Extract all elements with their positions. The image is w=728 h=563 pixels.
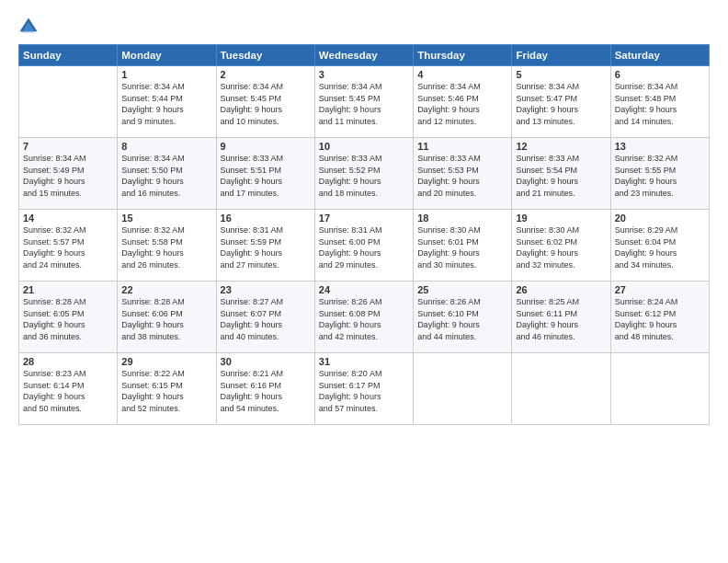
day-number: 23 bbox=[221, 284, 311, 295]
day-info: Sunrise: 8:34 AM Sunset: 5:46 PM Dayligh… bbox=[417, 81, 507, 127]
day-number: 11 bbox=[417, 141, 507, 152]
day-header-tuesday: Tuesday bbox=[216, 45, 314, 66]
day-number: 13 bbox=[615, 141, 705, 152]
calendar-cell: 20Sunrise: 8:29 AM Sunset: 6:04 PM Dayli… bbox=[610, 210, 709, 282]
day-number: 8 bbox=[121, 141, 211, 152]
day-info: Sunrise: 8:34 AM Sunset: 5:47 PM Dayligh… bbox=[516, 81, 606, 127]
day-info: Sunrise: 8:32 AM Sunset: 5:58 PM Dayligh… bbox=[121, 224, 211, 270]
day-number: 21 bbox=[23, 284, 113, 295]
day-info: Sunrise: 8:22 AM Sunset: 6:15 PM Dayligh… bbox=[121, 368, 211, 414]
day-number: 25 bbox=[417, 284, 507, 295]
day-number: 9 bbox=[221, 141, 311, 152]
calendar-cell: 18Sunrise: 8:30 AM Sunset: 6:01 PM Dayli… bbox=[414, 210, 512, 282]
day-info: Sunrise: 8:34 AM Sunset: 5:44 PM Dayligh… bbox=[121, 81, 211, 127]
day-number: 28 bbox=[23, 356, 113, 367]
calendar-cell: 19Sunrise: 8:30 AM Sunset: 6:02 PM Dayli… bbox=[512, 210, 610, 282]
day-number: 5 bbox=[516, 69, 606, 80]
calendar-cell bbox=[512, 353, 610, 425]
day-info: Sunrise: 8:26 AM Sunset: 6:10 PM Dayligh… bbox=[417, 296, 507, 342]
calendar-week-4: 21Sunrise: 8:28 AM Sunset: 6:05 PM Dayli… bbox=[19, 282, 710, 353]
day-info: Sunrise: 8:29 AM Sunset: 6:04 PM Dayligh… bbox=[615, 224, 705, 270]
calendar-cell: 8Sunrise: 8:34 AM Sunset: 5:50 PM Daylig… bbox=[118, 138, 216, 210]
day-number: 3 bbox=[319, 69, 409, 80]
calendar-cell: 26Sunrise: 8:25 AM Sunset: 6:11 PM Dayli… bbox=[512, 282, 610, 353]
day-header-thursday: Thursday bbox=[414, 45, 512, 66]
day-number: 15 bbox=[121, 213, 211, 224]
day-info: Sunrise: 8:34 AM Sunset: 5:50 PM Dayligh… bbox=[121, 153, 211, 199]
day-number: 27 bbox=[615, 284, 705, 295]
header bbox=[18, 17, 710, 37]
calendar-cell: 5Sunrise: 8:34 AM Sunset: 5:47 PM Daylig… bbox=[512, 66, 610, 138]
day-number: 14 bbox=[23, 213, 113, 224]
calendar-week-1: 1Sunrise: 8:34 AM Sunset: 5:44 PM Daylig… bbox=[19, 66, 710, 138]
day-info: Sunrise: 8:30 AM Sunset: 6:02 PM Dayligh… bbox=[516, 224, 606, 270]
day-info: Sunrise: 8:27 AM Sunset: 6:07 PM Dayligh… bbox=[221, 296, 311, 342]
day-header-saturday: Saturday bbox=[610, 45, 709, 66]
calendar-week-5: 28Sunrise: 8:23 AM Sunset: 6:14 PM Dayli… bbox=[19, 353, 710, 425]
calendar-cell: 22Sunrise: 8:28 AM Sunset: 6:06 PM Dayli… bbox=[118, 282, 216, 353]
day-info: Sunrise: 8:33 AM Sunset: 5:52 PM Dayligh… bbox=[319, 153, 409, 199]
calendar-cell: 7Sunrise: 8:34 AM Sunset: 5:49 PM Daylig… bbox=[19, 138, 118, 210]
calendar-cell: 23Sunrise: 8:27 AM Sunset: 6:07 PM Dayli… bbox=[216, 282, 314, 353]
day-header-wednesday: Wednesday bbox=[314, 45, 413, 66]
calendar-cell: 29Sunrise: 8:22 AM Sunset: 6:15 PM Dayli… bbox=[118, 353, 216, 425]
day-info: Sunrise: 8:31 AM Sunset: 6:00 PM Dayligh… bbox=[319, 224, 409, 270]
calendar-cell: 12Sunrise: 8:33 AM Sunset: 5:54 PM Dayli… bbox=[512, 138, 610, 210]
day-info: Sunrise: 8:34 AM Sunset: 5:45 PM Dayligh… bbox=[221, 81, 311, 127]
day-info: Sunrise: 8:25 AM Sunset: 6:11 PM Dayligh… bbox=[516, 296, 606, 342]
calendar-cell: 30Sunrise: 8:21 AM Sunset: 6:16 PM Dayli… bbox=[216, 353, 314, 425]
day-header-friday: Friday bbox=[512, 45, 610, 66]
day-info: Sunrise: 8:28 AM Sunset: 6:06 PM Dayligh… bbox=[121, 296, 211, 342]
calendar-cell: 13Sunrise: 8:32 AM Sunset: 5:55 PM Dayli… bbox=[610, 138, 709, 210]
day-info: Sunrise: 8:21 AM Sunset: 6:16 PM Dayligh… bbox=[221, 368, 311, 414]
calendar-cell: 2Sunrise: 8:34 AM Sunset: 5:45 PM Daylig… bbox=[216, 66, 314, 138]
calendar-cell: 15Sunrise: 8:32 AM Sunset: 5:58 PM Dayli… bbox=[118, 210, 216, 282]
day-number: 31 bbox=[319, 356, 409, 367]
day-info: Sunrise: 8:26 AM Sunset: 6:08 PM Dayligh… bbox=[319, 296, 409, 342]
calendar-cell: 31Sunrise: 8:20 AM Sunset: 6:17 PM Dayli… bbox=[314, 353, 413, 425]
calendar-week-3: 14Sunrise: 8:32 AM Sunset: 5:57 PM Dayli… bbox=[19, 210, 710, 282]
day-number: 29 bbox=[121, 356, 211, 367]
day-number: 2 bbox=[221, 69, 311, 80]
calendar-cell: 6Sunrise: 8:34 AM Sunset: 5:48 PM Daylig… bbox=[610, 66, 709, 138]
calendar-cell: 11Sunrise: 8:33 AM Sunset: 5:53 PM Dayli… bbox=[414, 138, 512, 210]
days-header-row: SundayMondayTuesdayWednesdayThursdayFrid… bbox=[19, 45, 710, 66]
calendar-cell bbox=[414, 353, 512, 425]
day-info: Sunrise: 8:34 AM Sunset: 5:45 PM Dayligh… bbox=[319, 81, 409, 127]
day-info: Sunrise: 8:32 AM Sunset: 5:57 PM Dayligh… bbox=[23, 224, 113, 270]
calendar-cell: 28Sunrise: 8:23 AM Sunset: 6:14 PM Dayli… bbox=[19, 353, 118, 425]
calendar-cell: 3Sunrise: 8:34 AM Sunset: 5:45 PM Daylig… bbox=[314, 66, 413, 138]
calendar-cell: 10Sunrise: 8:33 AM Sunset: 5:52 PM Dayli… bbox=[314, 138, 413, 210]
day-info: Sunrise: 8:28 AM Sunset: 6:05 PM Dayligh… bbox=[23, 296, 113, 342]
day-number: 16 bbox=[221, 213, 311, 224]
calendar-cell: 4Sunrise: 8:34 AM Sunset: 5:46 PM Daylig… bbox=[414, 66, 512, 138]
day-number: 18 bbox=[417, 213, 507, 224]
day-number: 17 bbox=[319, 213, 409, 224]
calendar-cell: 14Sunrise: 8:32 AM Sunset: 5:57 PM Dayli… bbox=[19, 210, 118, 282]
calendar-table: SundayMondayTuesdayWednesdayThursdayFrid… bbox=[18, 44, 710, 425]
calendar-cell: 21Sunrise: 8:28 AM Sunset: 6:05 PM Dayli… bbox=[19, 282, 118, 353]
calendar-week-2: 7Sunrise: 8:34 AM Sunset: 5:49 PM Daylig… bbox=[19, 138, 710, 210]
day-info: Sunrise: 8:33 AM Sunset: 5:51 PM Dayligh… bbox=[221, 153, 311, 199]
day-info: Sunrise: 8:24 AM Sunset: 6:12 PM Dayligh… bbox=[615, 296, 705, 342]
day-number: 20 bbox=[615, 213, 705, 224]
calendar-cell: 17Sunrise: 8:31 AM Sunset: 6:00 PM Dayli… bbox=[314, 210, 413, 282]
day-info: Sunrise: 8:33 AM Sunset: 5:53 PM Dayligh… bbox=[417, 153, 507, 199]
day-info: Sunrise: 8:30 AM Sunset: 6:01 PM Dayligh… bbox=[417, 224, 507, 270]
day-number: 22 bbox=[121, 284, 211, 295]
calendar-cell: 24Sunrise: 8:26 AM Sunset: 6:08 PM Dayli… bbox=[314, 282, 413, 353]
page: SundayMondayTuesdayWednesdayThursdayFrid… bbox=[0, 0, 728, 563]
day-number: 19 bbox=[516, 213, 606, 224]
day-number: 4 bbox=[417, 69, 507, 80]
calendar-cell: 16Sunrise: 8:31 AM Sunset: 5:59 PM Dayli… bbox=[216, 210, 314, 282]
day-header-monday: Monday bbox=[118, 45, 216, 66]
day-number: 24 bbox=[319, 284, 409, 295]
logo-icon bbox=[18, 17, 39, 37]
logo bbox=[18, 17, 42, 37]
day-info: Sunrise: 8:31 AM Sunset: 5:59 PM Dayligh… bbox=[221, 224, 311, 270]
day-header-sunday: Sunday bbox=[19, 45, 118, 66]
day-number: 6 bbox=[615, 69, 705, 80]
day-number: 30 bbox=[221, 356, 311, 367]
day-info: Sunrise: 8:34 AM Sunset: 5:49 PM Dayligh… bbox=[23, 153, 113, 199]
day-number: 12 bbox=[516, 141, 606, 152]
